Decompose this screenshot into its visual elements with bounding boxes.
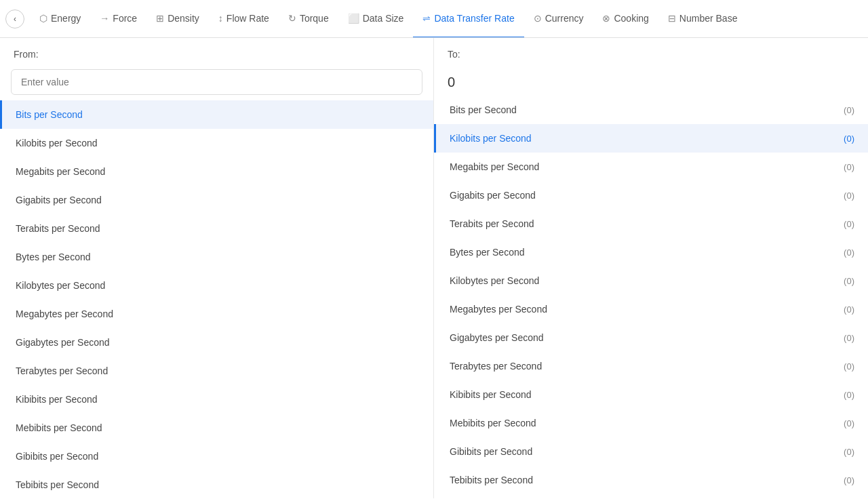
from-unit-gigabytes-per-second[interactable]: Gigabytes per Second: [0, 328, 433, 357]
to-unit-bytes-per-second[interactable]: Bytes per Second(0): [434, 238, 868, 266]
to-unit-value-kilobytes-per-second: (0): [844, 276, 854, 286]
to-unit-value-gigabits-per-second: (0): [844, 191, 854, 201]
main-content: From: Bits per SecondKilobits per Second…: [0, 38, 868, 498]
to-unit-megabytes-per-second[interactable]: Megabytes per Second(0): [434, 295, 868, 323]
from-unit-kilobits-per-second[interactable]: Kilobits per Second: [0, 129, 433, 157]
tab-label-data-transfer-rate: Data Transfer Rate: [434, 13, 514, 24]
from-unit-terabytes-per-second[interactable]: Terabytes per Second: [0, 357, 433, 385]
to-unit-value-kibibits-per-second: (0): [844, 390, 854, 400]
tab-number-base[interactable]: ⊟Number Base: [658, 0, 747, 38]
from-unit-terabits-per-second[interactable]: Terabits per Second: [0, 214, 433, 243]
to-unit-value-megabits-per-second: (0): [844, 162, 854, 172]
to-unit-value-terabytes-per-second: (0): [844, 361, 854, 372]
tab-data-size[interactable]: ⬜Data Size: [338, 0, 414, 38]
to-unit-gigabits-per-second[interactable]: Gigabits per Second(0): [434, 181, 868, 209]
tab-label-number-base: Number Base: [679, 13, 738, 24]
energy-icon: ⬡: [39, 13, 47, 24]
to-unit-label-gigabytes-per-second: Gigabytes per Second: [450, 332, 544, 343]
tab-label-cooking: Cooking: [614, 13, 648, 24]
to-unit-mebibits-per-second[interactable]: Mebibits per Second(0): [434, 409, 868, 437]
from-unit-label-kibibits-per-second: Kibibits per Second: [16, 394, 98, 405]
to-unit-megabits-per-second[interactable]: Megabits per Second(0): [434, 153, 868, 181]
from-unit-kibibits-per-second[interactable]: Kibibits per Second: [0, 385, 433, 414]
to-unit-terabytes-per-second[interactable]: Terabytes per Second(0): [434, 352, 868, 380]
tab-density[interactable]: ⊞Density: [146, 0, 209, 38]
density-icon: ⊞: [156, 13, 164, 24]
from-value-input[interactable]: [11, 69, 422, 95]
tab-bar: ‹ ⬡Energy→Force⊞Density↕Flow Rate↻Torque…: [0, 0, 868, 38]
to-unit-value-bytes-per-second: (0): [844, 247, 854, 258]
to-unit-label-megabytes-per-second: Megabytes per Second: [450, 304, 547, 315]
to-unit-kilobytes-per-second[interactable]: Kilobytes per Second(0): [434, 266, 868, 295]
to-unit-value-mebibits-per-second: (0): [844, 418, 854, 428]
from-unit-gibibits-per-second[interactable]: Gibibits per Second: [0, 442, 433, 471]
cooking-icon: ⊗: [602, 13, 610, 24]
tab-label-energy: Energy: [51, 13, 81, 24]
from-unit-label-kilobits-per-second: Kilobits per Second: [16, 138, 98, 148]
to-unit-tebibits-per-second[interactable]: Tebibits per Second(0): [434, 466, 868, 494]
tab-data-transfer-rate[interactable]: ⇌Data Transfer Rate: [413, 0, 524, 38]
to-unit-label-bytes-per-second: Bytes per Second: [450, 247, 525, 258]
tab-cooking[interactable]: ⊗Cooking: [593, 0, 658, 38]
to-unit-label-kibibits-per-second: Kibibits per Second: [450, 389, 532, 400]
tab-label-density: Density: [167, 13, 199, 24]
input-wrap: [0, 65, 433, 100]
back-button[interactable]: ‹: [5, 9, 24, 28]
from-unit-kilobytes-per-second[interactable]: Kilobytes per Second: [0, 271, 433, 300]
to-unit-value-kilobits-per-second: (0): [844, 134, 854, 144]
to-unit-label-mebibits-per-second: Mebibits per Second: [450, 418, 536, 428]
tab-force[interactable]: →Force: [90, 0, 146, 38]
to-unit-bits-per-second[interactable]: Bits per Second(0): [434, 96, 868, 124]
tab-flow-rate[interactable]: ↕Flow Rate: [209, 0, 279, 38]
from-unit-label-megabytes-per-second: Megabytes per Second: [16, 308, 113, 319]
to-unit-value-gibibits-per-second: (0): [844, 447, 854, 457]
from-unit-label-gibibits-per-second: Gibibits per Second: [16, 451, 98, 462]
to-unit-label-megabits-per-second: Megabits per Second: [450, 161, 539, 172]
to-panel: To: 0 Bits per Second(0)Kilobits per Sec…: [434, 38, 868, 498]
from-unit-megabytes-per-second[interactable]: Megabytes per Second: [0, 300, 433, 328]
tab-label-data-size: Data Size: [363, 13, 404, 24]
from-unit-label-terabytes-per-second: Terabytes per Second: [16, 365, 108, 376]
data-size-icon: ⬜: [348, 13, 359, 24]
to-unit-kilobits-per-second[interactable]: Kilobits per Second(0): [434, 124, 868, 153]
from-unit-label-gigabytes-per-second: Gigabytes per Second: [16, 337, 110, 348]
data-transfer-rate-icon: ⇌: [422, 13, 431, 24]
to-unit-gibibits-per-second[interactable]: Gibibits per Second(0): [434, 437, 868, 466]
to-unit-label-terabytes-per-second: Terabytes per Second: [450, 361, 542, 372]
to-unit-label-kilobits-per-second: Kilobits per Second: [450, 133, 532, 144]
from-unit-mebibits-per-second[interactable]: Mebibits per Second: [0, 414, 433, 442]
number-base-icon: ⊟: [668, 13, 676, 24]
from-unit-label-megabits-per-second: Megabits per Second: [16, 166, 105, 177]
from-unit-label-bytes-per-second: Bytes per Second: [16, 252, 91, 262]
from-unit-bits-per-second[interactable]: Bits per Second: [0, 100, 433, 129]
to-label: To:: [434, 38, 868, 65]
tab-energy[interactable]: ⬡Energy: [30, 0, 90, 38]
to-unit-kibibits-per-second[interactable]: Kibibits per Second(0): [434, 380, 868, 409]
to-unit-list: Bits per Second(0)Kilobits per Second(0)…: [434, 96, 868, 498]
currency-icon: ⊙: [534, 13, 542, 24]
from-unit-label-mebibits-per-second: Mebibits per Second: [16, 422, 102, 433]
torque-icon: ↻: [288, 13, 296, 24]
to-unit-value-tebibits-per-second: (0): [844, 475, 854, 485]
to-unit-terabits-per-second[interactable]: Terabits per Second(0): [434, 209, 868, 238]
from-unit-label-kilobytes-per-second: Kilobytes per Second: [16, 280, 105, 291]
tab-currency[interactable]: ⊙Currency: [524, 0, 593, 38]
tab-label-force: Force: [113, 13, 137, 24]
from-unit-label-terabits-per-second: Terabits per Second: [16, 223, 100, 234]
to-unit-value-gigabytes-per-second: (0): [844, 333, 854, 343]
to-unit-gigabytes-per-second[interactable]: Gigabytes per Second(0): [434, 323, 868, 352]
to-unit-label-gigabits-per-second: Gigabits per Second: [450, 190, 536, 201]
from-unit-bytes-per-second[interactable]: Bytes per Second: [0, 243, 433, 271]
from-unit-megabits-per-second[interactable]: Megabits per Second: [0, 157, 433, 186]
to-unit-value-terabits-per-second: (0): [844, 219, 854, 229]
to-unit-label-gibibits-per-second: Gibibits per Second: [450, 446, 532, 457]
from-unit-gigabits-per-second[interactable]: Gigabits per Second: [0, 186, 433, 214]
to-unit-label-terabits-per-second: Terabits per Second: [450, 218, 534, 229]
from-label: From:: [0, 38, 433, 65]
from-panel: From: Bits per SecondKilobits per Second…: [0, 38, 434, 498]
tab-torque[interactable]: ↻Torque: [279, 0, 338, 38]
to-unit-value-megabytes-per-second: (0): [844, 304, 854, 315]
from-unit-tebibits-per-second[interactable]: Tebibits per Second: [0, 471, 433, 498]
from-unit-label-tebibits-per-second: Tebibits per Second: [16, 479, 99, 490]
flow-rate-icon: ↕: [218, 13, 223, 24]
